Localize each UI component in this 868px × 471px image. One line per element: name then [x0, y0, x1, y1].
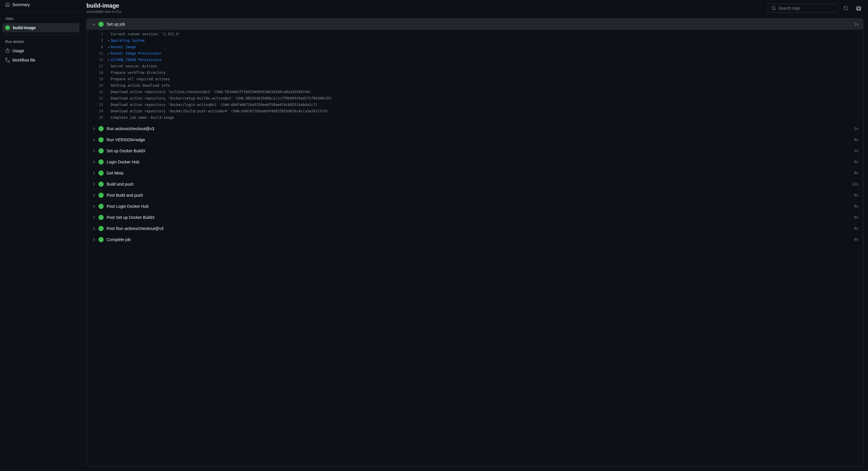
sync-icon: [843, 6, 848, 10]
divider: [2, 35, 80, 35]
step-name: Post Run actions/checkout@v3: [106, 226, 854, 231]
step-post-build-and-push[interactable]: Post Build and push0s: [87, 190, 863, 201]
line-number: 17: [91, 63, 103, 69]
log-caret: [108, 89, 111, 95]
step-name: Set up Docker BuildX: [106, 148, 854, 153]
usage-label: Usage: [12, 48, 24, 53]
step-run-actions-checkout-v3[interactable]: Run actions/checkout@v32s: [87, 123, 863, 134]
check-circle-icon: [98, 215, 104, 220]
log-caret: [108, 76, 111, 82]
log-line[interactable]: 24Download action repository 'docker/bui…: [87, 108, 863, 114]
log-caret[interactable]: ▸: [108, 51, 111, 56]
line-number: 25: [91, 115, 103, 121]
log-caret[interactable]: ▸: [108, 57, 111, 63]
step-post-login-docker-hub[interactable]: Post Login Docker Hub0s: [87, 201, 863, 212]
log-line[interactable]: 1Current runner version: '2.311.0': [87, 31, 863, 37]
sidebar-item-summary[interactable]: Summary: [2, 0, 80, 9]
step-set-up-job[interactable]: Set up job 1s: [87, 19, 863, 30]
step-post-run-actions-checkout-v3[interactable]: Post Run actions/checkout@v30s: [87, 223, 863, 234]
log-line[interactable]: 21Download action repository 'actions/ch…: [87, 89, 863, 95]
step-name: Get Meta: [106, 171, 854, 175]
line-number: 13: [91, 57, 103, 63]
check-circle-icon: [98, 126, 104, 131]
step-name: Set up job: [106, 22, 854, 27]
step-duration: 0s: [854, 204, 858, 208]
log-caret: [108, 63, 111, 69]
log-line[interactable]: 23Download action repository 'docker/log…: [87, 102, 863, 108]
log-line[interactable]: 13▸GITHUB_TOKEN Permissions: [87, 57, 863, 63]
run-details-heading: Run details: [2, 37, 80, 46]
workflow-icon: [5, 58, 10, 62]
main: build-image succeeded now in 21s Set up …: [82, 0, 868, 471]
step-name: Post Build and push: [106, 193, 854, 198]
step-name: Build and push: [106, 182, 852, 187]
log-caret: [108, 70, 111, 75]
header-right: [768, 3, 863, 13]
step-get-meta[interactable]: Get Meta0s: [87, 168, 863, 178]
step-login-docker-hub[interactable]: Login Docker Hub0s: [87, 157, 863, 168]
line-number: 18: [91, 70, 103, 75]
page-title: build-image: [87, 2, 121, 9]
log-line[interactable]: 6▸Runner Image: [87, 44, 863, 50]
log-text: Operating System: [111, 38, 145, 43]
log-line[interactable]: 19Prepare all required actions: [87, 76, 863, 82]
line-number: 11: [91, 51, 103, 56]
log-line[interactable]: 20Getting action download info: [87, 82, 863, 89]
step-duration: 2s: [854, 149, 858, 153]
log-caret: [108, 108, 111, 114]
line-number: 1: [91, 31, 103, 37]
chevron-right-icon: [91, 226, 96, 231]
step-run-version-edge[interactable]: Run VERSION=edge0s: [87, 134, 863, 145]
search-icon: [771, 6, 776, 10]
log-text: Current runner version: '2.311.0': [111, 31, 180, 37]
search-box[interactable]: [768, 4, 838, 12]
step-duration: 0s: [854, 227, 858, 231]
home-icon: [5, 2, 10, 7]
step-duration: 2s: [854, 127, 858, 131]
log-line[interactable]: 18Prepare workflow directory: [87, 69, 863, 76]
sidebar-job-build-image[interactable]: build-image: [2, 23, 80, 32]
stopwatch-icon: [5, 48, 10, 53]
check-circle-icon: [98, 170, 104, 176]
step-name: Login Docker Hub: [106, 160, 854, 164]
settings-button[interactable]: [854, 3, 863, 13]
log-caret[interactable]: ▸: [108, 38, 111, 43]
log-line[interactable]: 22Download action repository 'docker/set…: [87, 95, 863, 102]
log-text: Runner Image: [111, 44, 136, 50]
step-name: Post Login Docker Hub: [106, 204, 854, 209]
line-number: 22: [91, 95, 103, 101]
log-line[interactable]: 11▸Runner Image Provisioner: [87, 50, 863, 57]
log-lines: 1Current runner version: '2.311.0'2▸Oper…: [87, 30, 863, 123]
step-name: Run VERSION=edge: [106, 137, 854, 142]
log-text: Prepare workflow directory: [111, 70, 165, 75]
log-text: Download action repository 'docker/build…: [111, 108, 328, 114]
gear-icon: [856, 6, 861, 10]
log-caret: [108, 31, 111, 37]
step-duration: 12s: [852, 182, 858, 186]
search-input[interactable]: [778, 6, 834, 10]
step-build-and-push[interactable]: Build and push12s: [87, 178, 863, 190]
chevron-right-icon: [91, 182, 96, 187]
chevron-right-icon: [91, 126, 96, 131]
log-caret[interactable]: ▸: [108, 44, 111, 50]
header: build-image succeeded now in 21s: [87, 0, 863, 19]
jobs-heading: Jobs: [2, 14, 80, 23]
log-caret: [108, 95, 111, 101]
log-text: Complete job name: build-image: [111, 115, 174, 121]
step-complete-job[interactable]: Complete job0s: [87, 234, 863, 245]
sidebar-item-workflow-file[interactable]: Workflow file: [2, 56, 80, 65]
log-line[interactable]: 2▸Operating System: [87, 37, 863, 44]
log-line[interactable]: 25Complete job name: build-image: [87, 114, 863, 121]
check-circle-icon: [98, 226, 104, 231]
line-number: 24: [91, 108, 103, 114]
log-line[interactable]: 17Secret source: Actions: [87, 63, 863, 69]
log-caret: [108, 115, 111, 121]
sidebar-item-usage[interactable]: Usage: [2, 46, 80, 56]
step-post-set-up-docker-buildx[interactable]: Post Set up Docker BuildX0s: [87, 212, 863, 223]
step-set-up-docker-buildx[interactable]: Set up Docker BuildX2s: [87, 145, 863, 157]
rerun-button[interactable]: [841, 3, 850, 13]
log-text: GITHUB_TOKEN Permissions: [111, 57, 161, 63]
check-circle-icon: [98, 148, 104, 154]
log-caret: [108, 82, 111, 89]
step-name: Run actions/checkout@v3: [106, 126, 854, 131]
